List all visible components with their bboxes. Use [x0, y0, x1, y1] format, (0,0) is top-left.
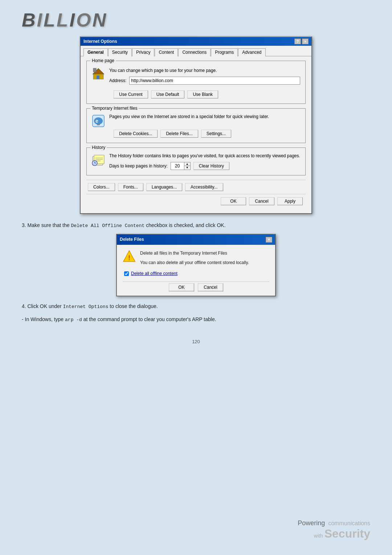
security-line: withSecurity: [298, 527, 370, 540]
logo: BILLION: [22, 9, 107, 31]
history-row: Days to keep pages in history: ▲ ▼ Clear…: [109, 162, 300, 170]
temp-files-desc: Pages you view on the Internet are store…: [109, 114, 300, 120]
temp-files-buttons: Delete Cookies... Delete Files... Settin…: [92, 130, 300, 138]
tab-programs[interactable]: Programs: [211, 48, 238, 56]
svg-text:e: e: [95, 118, 98, 124]
days-spinner: ▲ ▼: [171, 162, 191, 170]
delete-line2: You can also delete all your offline con…: [140, 259, 249, 266]
colors-button[interactable]: Colors...: [88, 183, 115, 191]
temp-files-icon: e: [92, 114, 105, 127]
home-page-right: You can change which page to use for you…: [109, 68, 300, 88]
temp-files-right: Pages you view on the Internet are store…: [109, 114, 300, 123]
powering-line: Powering communications: [298, 519, 370, 527]
delete-ok-button[interactable]: OK: [169, 283, 194, 291]
dialog-titlebar: Internet Options ? ×: [81, 37, 311, 46]
dialog-controls: ? ×: [294, 39, 309, 44]
home-page-buttons: Use Current Use Default Use Blank: [92, 90, 300, 98]
logo-area: BILLION: [0, 0, 392, 36]
delete-line1: Delete all files in the Temporary Intern…: [140, 250, 249, 256]
warning-icon: !: [123, 250, 136, 263]
ok-cancel-apply-row: OK Cancel Apply: [86, 194, 306, 209]
tab-privacy[interactable]: Privacy: [132, 48, 154, 56]
use-current-button[interactable]: Use Current: [114, 90, 148, 98]
spinner-up-button[interactable]: ▲: [184, 162, 190, 166]
close-button[interactable]: ×: [302, 39, 309, 44]
history-right: The History folder contains links to pag…: [109, 153, 300, 170]
delete-offline-checkbox[interactable]: [124, 271, 129, 276]
history-section: History: [86, 147, 306, 175]
home-icon: [92, 67, 105, 80]
delete-files-dialog: Delete Files × ! Delete all files in the…: [116, 234, 276, 296]
fonts-button[interactable]: Fonts...: [118, 183, 143, 191]
history-inner: The History folder contains links to pag…: [92, 153, 300, 170]
home-page-section: Home page You can change which page to u…: [86, 61, 306, 104]
tab-connections[interactable]: Connections: [178, 48, 211, 56]
spinner-down-button[interactable]: ▼: [184, 166, 190, 170]
step4-text: 4. Click OK under Internet Options to cl…: [22, 302, 370, 311]
ok-button[interactable]: OK: [221, 197, 246, 205]
temp-files-inner: e Pages you view on the Internet are sto…: [92, 114, 300, 127]
step4b-text: - In Windows, type arp -d at the command…: [22, 315, 370, 324]
step4b-rest: at the command prompt to clear you compu…: [82, 316, 216, 322]
home-page-desc: You can change which page to use for you…: [109, 68, 300, 74]
footer-branding: Powering communications withSecurity: [298, 519, 370, 540]
home-page-label: Home page: [90, 58, 116, 63]
tab-security[interactable]: Security: [108, 48, 132, 56]
use-default-button[interactable]: Use Default: [151, 90, 185, 98]
step3-code: Delete All Offline Content: [71, 223, 144, 228]
svg-rect-2: [97, 76, 99, 79]
step3-text: 3. Make sure that the Delete All Offline…: [22, 221, 370, 230]
accessibility-button[interactable]: Accessibility...: [185, 183, 223, 191]
bottom-buttons: Colors... Fonts... Languages... Accessib…: [86, 180, 306, 191]
internet-options-dialog: Internet Options ? × General Security Pr…: [80, 36, 312, 214]
delete-offline-label[interactable]: Delete all offline content: [131, 270, 177, 277]
delete-cancel-button[interactable]: Cancel: [198, 283, 223, 291]
delete-content: ! Delete all files in the Temporary Inte…: [117, 245, 275, 296]
days-input[interactable]: [171, 162, 184, 170]
history-desc: The History folder contains links to pag…: [109, 153, 300, 159]
step3-prefix: 3. Make sure that the: [22, 222, 71, 228]
temp-files-section: Temporary Internet files e Pages you vie…: [86, 108, 306, 143]
home-icon-svg: [92, 67, 105, 80]
help-button[interactable]: ?: [294, 39, 301, 44]
temp-files-label: Temporary Internet files: [90, 106, 139, 111]
step4b-code: arp -d: [65, 317, 82, 323]
history-label: History: [90, 145, 107, 150]
address-row: Address:: [109, 77, 300, 85]
cancel-button[interactable]: Cancel: [249, 197, 274, 205]
temp-icon-svg: e: [92, 114, 105, 127]
use-blank-button[interactable]: Use Blank: [187, 90, 218, 98]
page-content: 3. Make sure that the Delete All Offline…: [0, 214, 392, 353]
security-text: Security: [324, 527, 370, 540]
days-label: Days to keep pages in history:: [109, 163, 168, 169]
apply-button[interactable]: Apply: [277, 197, 303, 205]
settings-button[interactable]: Settings...: [201, 130, 231, 138]
delete-cookies-button[interactable]: Delete Cookies...: [114, 130, 158, 138]
svg-text:!: !: [128, 254, 130, 262]
languages-button[interactable]: Languages...: [146, 183, 182, 191]
checkbox-row: Delete all offline content: [123, 270, 269, 277]
delete-button-row: OK Cancel: [123, 281, 269, 291]
tab-advanced[interactable]: Advanced: [238, 48, 265, 56]
powering-text: Powering: [298, 519, 325, 527]
step4-code: Internet Options: [63, 304, 109, 309]
delete-dialog-controls: ×: [266, 237, 272, 243]
dialog-content: Home page You can change which page to u…: [81, 56, 311, 213]
delete-text: Delete all files in the Temporary Intern…: [140, 250, 249, 266]
dialog-title: Internet Options: [83, 39, 117, 44]
warning-icon-svg: !: [123, 250, 136, 263]
address-input[interactable]: [129, 77, 300, 85]
spinner-arrows: ▲ ▼: [184, 162, 190, 170]
svg-rect-8: [97, 124, 100, 125]
tab-general[interactable]: General: [83, 48, 108, 56]
dialog-tabs: General Security Privacy Content Connect…: [81, 46, 311, 56]
tab-content[interactable]: Content: [155, 48, 178, 56]
delete-files-button[interactable]: Delete Files...: [160, 130, 198, 138]
communications-text: communications: [328, 520, 370, 526]
delete-close-button[interactable]: ×: [266, 237, 272, 243]
page-number: 120: [22, 338, 370, 346]
delete-dialog-title: Delete Files: [120, 236, 144, 243]
clear-history-button[interactable]: Clear History: [193, 162, 229, 170]
step4b-prefix: - In Windows, type: [22, 316, 65, 322]
history-icon-svg: [92, 154, 105, 167]
